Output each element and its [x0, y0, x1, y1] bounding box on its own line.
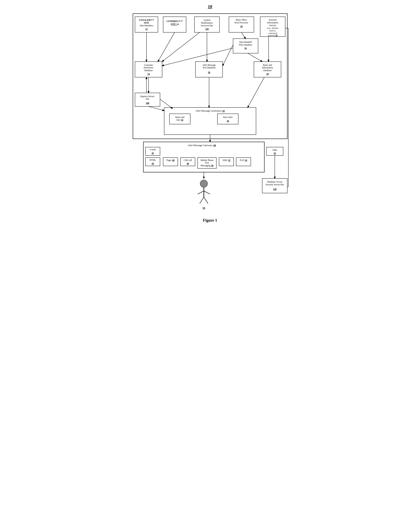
svg-text:External: External: [269, 19, 277, 21]
svg-text:56: 56: [274, 152, 276, 155]
svg-text:26: 26: [208, 71, 210, 74]
svg-text:CITIALERT™: CITIALERT™: [139, 19, 154, 21]
svg-text:Site: Site: [146, 98, 149, 100]
svg-text:110: 110: [205, 28, 209, 30]
svg-text:Customer: Customer: [144, 64, 153, 66]
svg-text:Mobile Phone: Mobile Phone: [200, 159, 213, 162]
svg-text:Alert Message Generators 32: Alert Message Generators 32: [195, 109, 225, 112]
svg-text:Pager 46: Pager 46: [166, 159, 174, 162]
svg-text:Servers: Servers: [269, 24, 276, 27]
svg-text:SITE 14: SITE 14: [171, 23, 179, 26]
svg-text:Files Database: Files Database: [239, 44, 252, 46]
svg-text:Database: Database: [144, 69, 153, 72]
svg-text:sources) 28: sources) 28: [268, 34, 277, 37]
diagram-svg: CITIALERT™ SITE Non-Members 12 CITIDIREC…: [131, 12, 289, 216]
svg-text:Non-Members: Non-Members: [140, 24, 153, 27]
svg-text:Information: Information: [262, 66, 273, 69]
svg-text:contracted: contracted: [268, 32, 277, 34]
svg-line-104: [204, 191, 210, 194]
svg-text:24: 24: [147, 73, 150, 75]
svg-text:Preference: Preference: [143, 66, 153, 69]
svg-text:Text Database: Text Database: [202, 66, 216, 69]
svg-text:Database: Database: [263, 69, 271, 72]
diagram-title: 10: [131, 4, 289, 9]
page: 10 CITIALERT™ SITE Non-Members 12 CITIDI…: [131, 4, 289, 223]
svg-text:Alert Message: Alert Message: [202, 64, 216, 66]
svg-text:58: 58: [202, 207, 205, 209]
svg-line-105: [200, 197, 204, 203]
figure-label: Figure 1: [131, 218, 289, 223]
svg-text:48: 48: [187, 162, 189, 165]
svg-text:FAX 54: FAX 54: [240, 159, 247, 162]
svg-text:XML 52: XML 52: [222, 159, 230, 162]
svg-line-103: [197, 191, 204, 194]
svg-text:16: 16: [244, 47, 247, 50]
svg-text:Maintenance: Maintenance: [201, 22, 213, 24]
svg-text:System: System: [203, 19, 210, 21]
svg-text:36: 36: [226, 120, 229, 122]
svg-text:Security Server/Site: Security Server/Site: [265, 183, 284, 186]
svg-text:Info 34: Info 34: [176, 119, 183, 121]
svg-text:42: 42: [151, 152, 154, 154]
svg-text:Database Access: Database Access: [267, 181, 282, 183]
svg-rect-54: [217, 114, 238, 124]
svg-text:Alert Message Gateways 40: Alert Message Gateways 40: [188, 144, 216, 147]
svg-text:120: 120: [273, 188, 277, 190]
svg-text:Host Processor: Host Processor: [234, 21, 248, 24]
svg-text:Back Office: Back Office: [236, 19, 247, 21]
svg-text:Information: Information: [267, 21, 278, 24]
svg-text:SITE: SITE: [144, 22, 149, 24]
svg-text:Servever/Site: Servever/Site: [201, 24, 213, 27]
svg-text:SMS: SMS: [272, 149, 277, 151]
svg-text:Messaging 50: Messaging 50: [200, 164, 213, 167]
svg-text:CSR call: CSR call: [184, 159, 192, 162]
svg-text:30: 30: [266, 73, 269, 75]
svg-line-106: [204, 197, 208, 203]
svg-text:(e.g., Internet: (e.g., Internet: [267, 27, 278, 29]
svg-text:100: 100: [146, 102, 149, 105]
svg-text:sources,: sources,: [269, 30, 276, 32]
svg-text:CITIDIRECT™: CITIDIRECT™: [166, 20, 183, 23]
svg-text:Reports Server/: Reports Server/: [140, 95, 155, 98]
svg-text:Text: Text: [205, 162, 209, 164]
svg-text:e-mail: e-mail: [150, 148, 156, 151]
svg-text:18: 18: [240, 25, 243, 28]
svg-text:Host Handoff: Host Handoff: [239, 41, 252, 43]
svg-text:Rates and: Rates and: [175, 116, 184, 119]
svg-text:Rates and: Rates and: [263, 64, 272, 66]
svg-text:Host Alert: Host Alert: [223, 116, 233, 119]
svg-text:HTML: HTML: [150, 159, 156, 161]
svg-text:12: 12: [145, 28, 148, 30]
svg-point-101: [200, 180, 208, 187]
svg-text:44: 44: [151, 162, 154, 165]
